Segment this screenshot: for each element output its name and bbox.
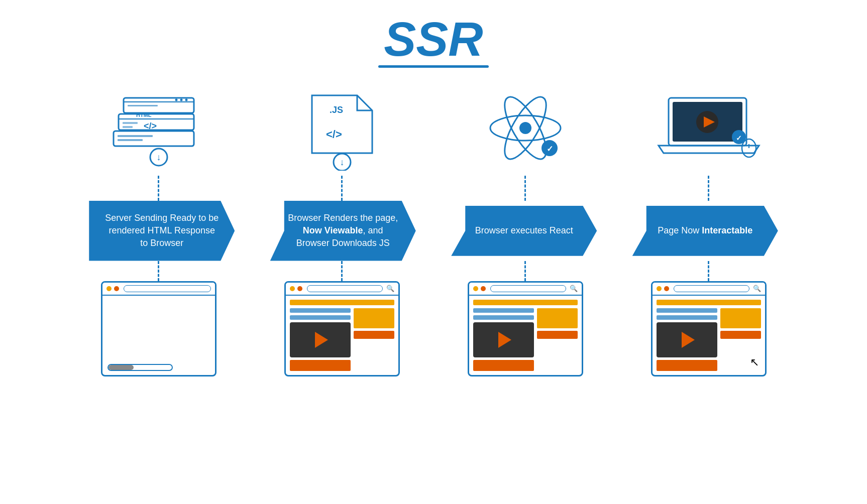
left-col-2 — [290, 308, 351, 371]
browser-body-4 — [653, 296, 765, 375]
browser-body-2 — [286, 296, 398, 375]
react-atom-icon: ✓ — [475, 88, 576, 171]
titlebar-3: 🔍 — [469, 283, 582, 296]
svg-rect-13 — [118, 135, 153, 137]
arrow-text-3: Browser executes React — [475, 224, 573, 237]
arrow-text-1: Server Sending Ready to be rendered HTML… — [104, 212, 220, 250]
icon-col-3: ✓ — [434, 88, 617, 201]
content-row-3 — [473, 308, 578, 371]
dot-red-2 — [297, 286, 302, 291]
icons-row: HTML </> ↓ — [57, 88, 810, 201]
js-file-icon: .JS </> ↓ — [297, 88, 387, 171]
js-file-svg: .JS </> ↓ — [297, 88, 387, 171]
connector-below-1 — [158, 261, 159, 281]
browser-win-2: 🔍 — [284, 281, 400, 376]
svg-rect-12 — [114, 131, 194, 146]
loading-bar-container — [107, 364, 173, 371]
dot-yellow-4 — [657, 286, 662, 291]
dot-yellow-3 — [473, 286, 478, 291]
line-3-1 — [473, 308, 534, 313]
search-bar-1 — [124, 285, 211, 292]
browser-win-1: LOADING — [101, 281, 216, 376]
svg-text:↓: ↓ — [340, 157, 344, 167]
loading-screen: LOADING — [102, 296, 215, 376]
react-atom-svg: ✓ — [475, 88, 576, 171]
svg-rect-5 — [128, 105, 158, 106]
left-col-3 — [473, 308, 534, 371]
content-row-4 — [657, 308, 761, 371]
svg-rect-10 — [123, 122, 138, 124]
dot-red-4 — [664, 286, 669, 291]
yellow-sq-2 — [354, 308, 394, 328]
screen-col-1: LOADING — [67, 261, 250, 376]
svg-text:↓: ↓ — [156, 152, 161, 162]
search-icon-2: 🔍 — [386, 285, 394, 292]
svg-text:✓: ✓ — [546, 145, 553, 153]
connector-below-3 — [524, 261, 526, 281]
search-bar-2 — [307, 285, 383, 292]
right-col-2 — [354, 308, 394, 371]
title-underline — [378, 65, 489, 68]
line-4-1 — [657, 308, 717, 313]
line-2-2 — [290, 315, 351, 320]
line-4-2 — [657, 315, 717, 320]
html-server-icon: HTML </> ↓ — [109, 88, 209, 171]
arrows-row: Server Sending Ready to be rendered HTML… — [57, 201, 810, 261]
arrow-box-3: Browser executes React — [451, 206, 597, 256]
svg-rect-14 — [118, 139, 143, 141]
svg-point-2 — [185, 99, 187, 101]
orange-sq-3 — [473, 360, 534, 371]
connector-2 — [341, 176, 343, 201]
orange-sq-4 — [657, 360, 717, 371]
connector-1 — [158, 176, 159, 201]
line-3-2 — [473, 315, 534, 320]
titlebar-1 — [102, 283, 215, 296]
svg-text:</>: </> — [326, 128, 342, 141]
arrow-box-1: Server Sending Ready to be rendered HTML… — [89, 201, 235, 261]
browser-body-3 — [469, 296, 582, 375]
orange-sq-2 — [290, 360, 351, 371]
icon-col-1: HTML </> ↓ — [67, 88, 250, 201]
dot-red-3 — [481, 286, 486, 291]
ssr-diagram: HTML </> ↓ — [57, 88, 810, 376]
svg-text:HTML: HTML — [136, 112, 152, 118]
connector-below-2 — [341, 261, 343, 281]
connector-below-4 — [708, 261, 709, 281]
dot-yellow-2 — [290, 286, 295, 291]
line-2-1 — [290, 308, 351, 313]
orange-sq2-4 — [720, 331, 761, 339]
search-icon-4: 🔍 — [753, 285, 761, 292]
screen-col-3: 🔍 — [434, 261, 617, 376]
laptop-svg: ✓ — [654, 88, 764, 171]
yellow-sq-3 — [537, 308, 578, 328]
screen-col-2: 🔍 — [250, 261, 434, 376]
screens-row: LOADING 🔍 — [57, 261, 810, 376]
play-box-3 — [473, 322, 534, 357]
header-bar-3 — [473, 300, 578, 305]
connector-3 — [524, 176, 526, 201]
search-bar-4 — [674, 285, 749, 292]
dot-red-1 — [114, 286, 119, 291]
search-bar-3 — [490, 285, 566, 292]
icon-col-4: ✓ — [617, 88, 800, 201]
icon-col-2: .JS </> ↓ — [250, 88, 434, 201]
svg-point-4 — [175, 99, 177, 101]
page-title: SSR — [384, 15, 483, 63]
arrow-box-4: Page Now Interactable — [632, 206, 778, 256]
play-triangle-3 — [498, 332, 511, 348]
header-bar-2 — [290, 300, 394, 305]
play-box-4 — [657, 322, 717, 357]
svg-rect-11 — [123, 126, 133, 128]
title-section: SSR — [378, 15, 489, 68]
arrow-box-2: Browser Renders the page, Now Viewable, … — [270, 201, 416, 261]
search-icon-3: 🔍 — [570, 285, 578, 292]
right-col-3 — [537, 308, 578, 371]
laptop-icon: ✓ — [654, 88, 764, 171]
arrow-text-4: Page Now Interactable — [658, 224, 752, 237]
svg-text:</>: </> — [144, 121, 157, 131]
svg-text:✓: ✓ — [736, 134, 742, 142]
svg-text:.JS: .JS — [330, 105, 343, 115]
orange-sq2-2 — [354, 331, 394, 339]
browser-win-3: 🔍 — [468, 281, 583, 376]
titlebar-4: 🔍 — [653, 283, 765, 296]
